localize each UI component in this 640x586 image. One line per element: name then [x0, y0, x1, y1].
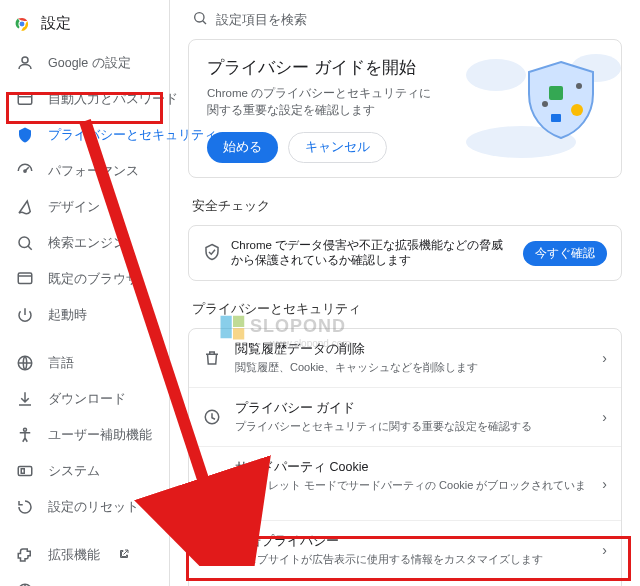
sidebar-item-about-chrome[interactable]: Chrome について — [0, 573, 161, 586]
row-sub: ウェブサイトが広告表示に使用する情報をカスタマイズします — [235, 552, 588, 567]
sidebar-item-default-browser[interactable]: 既定のブラウザ — [0, 261, 161, 297]
shield-check-icon — [203, 243, 221, 264]
chevron-right-icon: › — [602, 542, 607, 558]
row-title: サードパーティ Cookie — [235, 459, 588, 476]
sidebar-item-label: システム — [48, 463, 100, 480]
search-icon — [16, 234, 34, 252]
svg-rect-33 — [221, 327, 232, 338]
chevron-right-icon: › — [602, 350, 607, 366]
svg-rect-18 — [549, 86, 563, 100]
user-icon — [16, 54, 34, 72]
svg-point-6 — [19, 237, 30, 248]
svg-point-5 — [24, 170, 26, 172]
extension-icon — [16, 546, 34, 564]
svg-point-9 — [24, 428, 27, 431]
sidebar-item-label: 既定のブラウザ — [48, 271, 139, 288]
guide-icon — [203, 408, 221, 426]
row-clear-browsing-data[interactable]: 閲覧履歴データの削除閲覧履歴、Cookie、キャッシュなどを削除します › — [189, 329, 621, 387]
external-link-icon — [118, 548, 130, 562]
sidebar-item-startup[interactable]: 起動時 — [0, 297, 161, 333]
svg-rect-11 — [21, 469, 24, 474]
sidebar-item-label: 起動時 — [48, 307, 87, 324]
sidebar-item-download[interactable]: ダウンロード — [0, 381, 161, 417]
svg-rect-36 — [221, 316, 232, 327]
settings-title: 設定 — [41, 14, 71, 33]
svg-rect-35 — [233, 328, 244, 339]
sidebar-item-label: ユーザー補助機能 — [48, 427, 152, 444]
svg-point-24 — [205, 477, 219, 491]
sidebar-item-google[interactable]: Google の設定 — [0, 45, 161, 81]
row-title: 広告プライバシー — [235, 533, 588, 550]
main-content: 設定項目を検索 プライバシー ガイドを開始 Chrome のプライバシーとセキュ… — [170, 0, 640, 586]
svg-point-1 — [20, 21, 25, 26]
row-security[interactable]: セキュリティセーフ ブラウジング（危険なサイトからの保護機能）などのセキュリティ… — [189, 579, 621, 586]
svg-point-14 — [195, 13, 204, 22]
start-button[interactable]: 始める — [207, 132, 278, 163]
watermark-logo-icon — [218, 312, 248, 342]
cancel-button[interactable]: キャンセル — [288, 132, 387, 163]
browser-icon — [16, 270, 34, 288]
privacy-security-label: プライバシーとセキュリティ — [192, 301, 618, 318]
svg-point-22 — [576, 83, 582, 89]
svg-point-21 — [542, 101, 548, 107]
sidebar-item-label: 検索エンジン — [48, 235, 126, 252]
safety-check-button[interactable]: 今すぐ確認 — [523, 241, 607, 266]
settings-header: 設定 — [0, 4, 169, 45]
row-ad-privacy[interactable]: 広告プライバシーウェブサイトが広告表示に使用する情報をカスタマイズします › — [189, 520, 621, 579]
row-sub: プライバシーとセキュリティに関する重要な設定を確認する — [235, 419, 588, 434]
shield-icon — [16, 126, 34, 144]
watermark-sub: www.slopond.com — [270, 338, 351, 349]
cookie-icon — [203, 475, 221, 493]
sidebar-item-label: Chrome について — [48, 583, 148, 587]
chevron-right-icon: › — [602, 476, 607, 492]
sidebar-item-system[interactable]: システム — [0, 453, 161, 489]
sidebar-item-language[interactable]: 言語 — [0, 345, 161, 381]
svg-rect-4 — [18, 94, 32, 105]
system-icon — [16, 462, 34, 480]
sidebar-item-extensions[interactable]: 拡張機能 — [0, 537, 161, 573]
speed-icon — [16, 162, 34, 180]
svg-point-19 — [571, 104, 583, 116]
safety-check-label: 安全チェック — [192, 198, 618, 215]
search-placeholder: 設定項目を検索 — [216, 11, 307, 29]
autofill-icon — [16, 90, 34, 108]
sidebar-item-performance[interactable]: パフォーマンス — [0, 153, 161, 189]
sidebar-item-accessibility[interactable]: ユーザー補助機能 — [0, 417, 161, 453]
row-sub: シークレット モードでサードパーティの Cookie がブロックされています — [235, 478, 588, 508]
privacy-rows: 閲覧履歴データの削除閲覧履歴、Cookie、キャッシュなどを削除します › プラ… — [188, 328, 622, 586]
svg-point-26 — [213, 485, 215, 487]
reset-icon — [16, 498, 34, 516]
sidebar-item-privacy[interactable]: プライバシーとセキュリティ — [0, 117, 161, 153]
privacy-guide-card: プライバシー ガイドを開始 Chrome のプライバシーとセキュリティに関する重… — [188, 39, 622, 178]
svg-point-27 — [211, 485, 213, 487]
privacy-guide-subtitle: Chrome のプライバシーとセキュリティに関する重要な設定を確認します — [207, 85, 437, 118]
sidebar: 設定 Google の設定 自動入力とパスワード プライバシーとセキュリティ パ… — [0, 0, 170, 586]
search-bar[interactable]: 設定項目を検索 — [188, 0, 622, 39]
svg-rect-34 — [233, 316, 244, 327]
chrome-icon — [16, 582, 34, 586]
sidebar-item-label: 設定のリセット — [48, 499, 139, 516]
svg-point-3 — [22, 57, 28, 63]
row-third-party-cookies[interactable]: サードパーティ Cookieシークレット モードでサードパーティの Cookie… — [189, 446, 621, 520]
search-icon — [192, 10, 208, 29]
sidebar-item-label: 拡張機能 — [48, 547, 100, 564]
row-privacy-guide[interactable]: プライバシー ガイドプライバシーとセキュリティに関する重要な設定を確認する › — [189, 387, 621, 446]
privacy-guide-illustration — [451, 40, 621, 177]
sidebar-item-label: 言語 — [48, 355, 74, 372]
safety-check-text: Chrome でデータ侵害や不正な拡張機能などの脅威から保護されているか確認しま… — [231, 238, 513, 268]
row-sub: 閲覧履歴、Cookie、キャッシュなどを削除します — [235, 360, 588, 375]
sidebar-item-design[interactable]: デザイン — [0, 189, 161, 225]
sidebar-item-label: Google の設定 — [48, 55, 131, 72]
svg-rect-20 — [551, 114, 561, 122]
sidebar-item-autofill[interactable]: 自動入力とパスワード — [0, 81, 161, 117]
ad-icon — [203, 541, 221, 559]
chrome-logo-icon — [13, 15, 31, 33]
sidebar-item-label: 自動入力とパスワード — [48, 91, 178, 108]
accessibility-icon — [16, 426, 34, 444]
row-title: プライバシー ガイド — [235, 400, 588, 417]
svg-point-25 — [209, 482, 211, 484]
sidebar-item-search-engine[interactable]: 検索エンジン — [0, 225, 161, 261]
sidebar-item-reset[interactable]: 設定のリセット — [0, 489, 161, 525]
brush-icon — [16, 198, 34, 216]
globe-icon — [16, 354, 34, 372]
